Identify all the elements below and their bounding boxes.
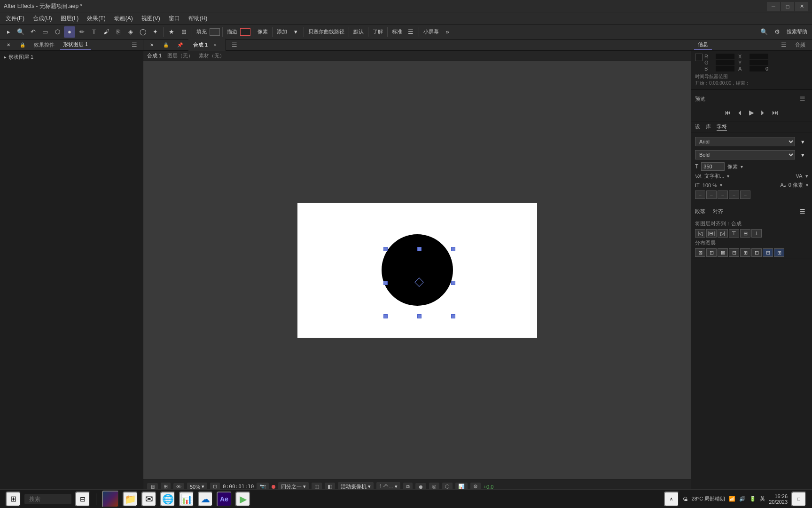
layer-align-vcenter-btn[interactable]: ⊟ <box>740 229 750 238</box>
menu-comp[interactable]: 合成(U) <box>29 14 56 24</box>
tool-text[interactable]: T <box>88 26 100 38</box>
paragraph-tab-label[interactable]: 段落 <box>695 208 705 215</box>
align-tab-label[interactable]: 对齐 <box>713 208 723 215</box>
taskbar-excel-btn[interactable]: 📊 <box>179 492 194 507</box>
tab-shape-layer[interactable]: 形状图层 1 <box>60 40 91 50</box>
y-input[interactable] <box>750 60 768 65</box>
tool-search[interactable]: 🔍 <box>15 26 26 38</box>
settings-tab-btn[interactable]: 设 <box>695 123 700 131</box>
color-r-input[interactable] <box>716 54 734 59</box>
prev-first-btn[interactable]: ⏮ <box>723 108 733 117</box>
font-weight-select[interactable]: Bold <box>695 150 795 159</box>
maximize-button[interactable]: □ <box>781 2 794 11</box>
rpanel-tab-info[interactable]: 信息 <box>694 40 712 50</box>
distrib-left-btn[interactable]: ⊠ <box>695 248 705 257</box>
tab-effects[interactable]: 效果控件 <box>31 40 57 49</box>
menu-view[interactable]: 视图(V) <box>138 14 164 24</box>
comp-lock-btn[interactable]: 🔒 <box>160 40 172 51</box>
add-dropdown-btn[interactable]: ▾ <box>290 26 301 38</box>
start-btn[interactable]: ⊞ <box>6 492 21 507</box>
font-size-input[interactable] <box>701 162 725 171</box>
rpanel-tab-audio[interactable]: 音频 <box>791 40 809 49</box>
color-a-input[interactable] <box>750 66 768 71</box>
distrib-vcenter-btn[interactable]: ⊞ <box>740 248 750 257</box>
selection-handle-bc[interactable] <box>417 314 422 318</box>
stroke-color-swatch[interactable] <box>240 28 250 36</box>
align-left-btn[interactable]: ≡ <box>695 190 705 199</box>
layer-align-top-btn[interactable]: ⊤ <box>729 229 739 238</box>
taskbar-explorer-btn[interactable]: 📁 <box>123 492 138 507</box>
taskbar-multidesk-btn[interactable]: ⊟ <box>75 492 90 507</box>
settings-icon[interactable]: ⚙ <box>772 26 783 38</box>
prev-last-btn[interactable]: ⏭ <box>770 108 781 117</box>
align-justify-btn[interactable]: ≡ <box>729 190 739 199</box>
selection-handle-mr[interactable] <box>451 281 455 285</box>
font-weight-chevron[interactable]: ▾ <box>797 149 808 160</box>
left-panel-lock[interactable]: 🔒 <box>17 40 28 51</box>
prev-play-btn[interactable]: ▶ <box>747 108 756 117</box>
close-button[interactable]: ✕ <box>795 2 808 11</box>
distrib-right-btn[interactable]: ⊠ <box>718 248 728 257</box>
tool-brush[interactable]: 🖌 <box>101 26 112 38</box>
prev-back-btn[interactable]: ⏴ <box>735 108 745 117</box>
taskbar-media-btn[interactable]: ▶ <box>235 492 250 507</box>
selection-handle-tl[interactable] <box>383 247 388 251</box>
rpanel-menu[interactable]: ☰ <box>778 40 789 51</box>
tool-clone[interactable]: ⎘ <box>113 26 124 38</box>
tool-select[interactable]: ▸ <box>3 26 14 38</box>
layer-tree-item-1[interactable]: ▸ 形状图层 1 <box>2 53 141 62</box>
selection-handle-tc[interactable] <box>417 247 422 251</box>
tool-rect[interactable]: ▭ <box>39 26 51 38</box>
comp-menu-btn[interactable]: ☰ <box>229 40 240 51</box>
preview-menu-btn[interactable]: ☰ <box>797 93 808 104</box>
selection-handle-br[interactable] <box>451 314 455 318</box>
menu-effect[interactable]: 效果(T) <box>83 14 109 24</box>
tool-ellipse[interactable]: ● <box>64 26 75 38</box>
tool-star[interactable]: ★ <box>166 26 177 38</box>
comp-close-btn[interactable]: ✕ <box>146 40 157 51</box>
layer-align-left-btn[interactable]: |◁ <box>695 229 705 238</box>
taskbar-edge-btn[interactable]: 🌐 <box>160 492 175 507</box>
align-center-btn[interactable]: ≡ <box>706 190 717 199</box>
distrib-top-btn[interactable]: ⊟ <box>729 248 739 257</box>
distrib-special-btn[interactable]: ⊟ <box>763 248 773 257</box>
font-name-select[interactable]: Arial <box>695 137 795 146</box>
align-justify-full-btn[interactable]: ≡ <box>740 190 750 199</box>
tool-undo[interactable]: ↶ <box>27 26 39 38</box>
minimize-button[interactable]: ─ <box>767 2 780 11</box>
selection-handle-tr[interactable] <box>451 247 455 251</box>
library-tab-btn[interactable]: 库 <box>706 123 711 131</box>
color-b-input[interactable] <box>716 66 734 71</box>
layer-align-menu[interactable]: ☰ <box>797 206 808 217</box>
layer-align-hcenter-btn[interactable]: |⊟| <box>706 229 717 238</box>
search-icon[interactable]: 🔍 <box>758 26 770 38</box>
menu-file[interactable]: 文件(E) <box>2 14 28 24</box>
menu-layer[interactable]: 图层(L) <box>57 14 83 24</box>
comp-tab-close-btn[interactable]: ✕ <box>210 40 221 51</box>
taskbar-wallpaper-btn[interactable] <box>102 491 119 508</box>
distrib-special2-btn[interactable]: ⊞ <box>774 248 784 257</box>
left-panel-menu[interactable]: ☰ <box>129 40 140 51</box>
tool-pen[interactable]: ✏ <box>76 26 87 38</box>
layer-align-bottom-btn[interactable]: ⊥ <box>751 229 762 238</box>
tool-roto[interactable]: ◯ <box>137 26 148 38</box>
tool-lasso[interactable]: ⬡ <box>52 26 63 38</box>
prev-forward-btn[interactable]: ⏵ <box>758 108 768 117</box>
color-g-input[interactable] <box>716 60 734 65</box>
selection-handle-bl[interactable] <box>383 314 388 318</box>
taskbar-onedrive-btn[interactable]: ☁ <box>198 492 213 507</box>
x-input[interactable] <box>750 54 768 59</box>
workspace-menu-btn[interactable]: ☰ <box>405 26 416 38</box>
taskbar-search-input[interactable] <box>24 494 71 504</box>
taskbar-arrow-up-btn[interactable]: ∧ <box>664 492 679 507</box>
distrib-hcenter-btn[interactable]: ⊡ <box>706 248 717 257</box>
taskbar-ae-btn[interactable]: Ae <box>217 492 232 507</box>
layer-align-right-btn[interactable]: ▷| <box>718 229 728 238</box>
menu-anim[interactable]: 动画(A) <box>110 14 137 24</box>
tool-eraser[interactable]: ◈ <box>125 26 136 38</box>
comp-snap-btn[interactable]: 📌 <box>174 40 186 51</box>
expand-btn[interactable]: » <box>442 26 453 38</box>
selection-handle-ml[interactable] <box>383 281 388 285</box>
menu-help[interactable]: 帮助(H) <box>185 14 211 24</box>
distrib-bottom-btn[interactable]: ⊡ <box>751 248 762 257</box>
